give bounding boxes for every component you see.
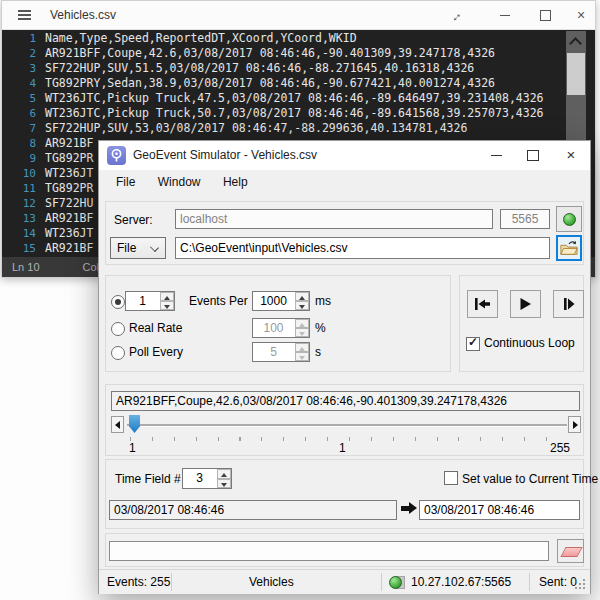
server-group: Server: localhost 5565 File C:\GeoEvent\… [105,201,584,265]
ms-unit-label: ms [315,294,331,308]
spin-down-icon[interactable] [160,301,174,310]
menu-file[interactable]: File [107,170,144,194]
csv-line: 3SF722HUP,SUV,51.5,03/08/2017 08:46:46,-… [2,61,595,76]
csv-line: 5WT236JTC,Pickup Truck,47.5,03/08/2017 0… [2,91,595,106]
spin-down-icon[interactable] [295,301,309,310]
progress-bar [109,541,549,561]
poll-every-label: Poll Every [129,345,183,359]
events-per-radio[interactable] [111,295,125,309]
connection-status-icon [563,213,576,226]
menu-window[interactable]: Window [149,170,210,194]
percent-unit-label: % [315,321,326,335]
sim-status-bar: Events: 255 Vehicles 10.27.102.67:5565 S… [99,569,590,594]
check-icon: ✓ [468,335,478,349]
server-host-input[interactable]: localhost [175,209,493,229]
output-time-input[interactable]: 03/08/2017 08:46:46 [419,500,580,520]
server-port-input[interactable]: 5565 [500,209,550,229]
time-field-label: Time Field # [115,472,181,486]
sim-window-title: GeoEvent Simulator - Vehicles.csv [133,148,317,162]
step-forward-button[interactable] [553,290,584,318]
csv-title-bar[interactable]: Vehicles.csv ↔ × [2,1,595,30]
server-label: Server: [114,213,153,227]
rate-group: 1 Events Per 1000 ms Real Rate 100 % Pol… [105,275,451,372]
csv-line: 1Name,Type,Speed,ReportedDT,XCoord,YCoor… [2,31,595,46]
source-type-select[interactable]: File [110,237,166,259]
csv-line: 6WT236JTC,Pickup Truck,50.7,03/08/2017 0… [2,106,595,121]
event-slider-group: AR921BFF,Coupe,42.6,03/08/2017 08:46:46,… [105,384,584,456]
continuous-loop-label: Continuous Loop [484,336,575,350]
minimize-button[interactable] [488,1,522,29]
chevron-down-icon [150,243,159,252]
sim-title-bar[interactable]: GeoEvent Simulator - Vehicles.csv × [99,141,590,170]
right-arrow-icon [573,421,578,429]
menu-help[interactable]: Help [214,170,257,194]
spin-up-icon[interactable] [217,469,231,479]
slider-right-button[interactable] [568,416,581,433]
csv-line: 2AR921BFF,Coupe,42.6,03/08/2017 08:46:46… [2,46,595,61]
set-current-time-checkbox[interactable] [444,471,458,485]
server-address: 10.27.102.67:5565 [411,575,511,589]
feed-name: Vehicles [249,575,294,589]
skip-to-start-button[interactable] [467,290,498,318]
events-count-stepper[interactable]: 1 [125,291,175,311]
events-count: Events: 255 [107,575,170,589]
events-per-label: Events Per [189,294,248,308]
line-indicator: Ln 10 [12,261,40,273]
geoevent-simulator-window: GeoEvent Simulator - Vehicles.csv × File… [98,140,591,594]
geoevent-app-icon [107,146,126,165]
step-forward-icon [560,297,577,311]
slider-left-button[interactable] [111,416,124,433]
slider-thumb[interactable] [129,415,140,433]
expand-diagonal-icon[interactable]: ↔ [438,1,472,29]
time-field-group: Time Field # 3 Set value to Current Time… [105,459,584,529]
real-rate-stepper: 100 [252,318,310,338]
resize-grip[interactable] [583,587,585,589]
playback-group: ✓ Continuous Loop [459,275,584,372]
interval-ms-stepper[interactable]: 1000 [252,291,310,311]
seconds-unit-label: s [315,345,321,359]
csv-window-title: Vehicles.csv [50,8,116,22]
slider-min-label: 1 [129,441,136,455]
current-event-display: AR921BFF,Coupe,42.6,03/08/2017 08:46:46,… [111,391,580,411]
hamburger-menu-icon[interactable] [18,10,31,12]
spin-up-icon[interactable] [160,292,174,301]
play-icon [517,297,534,311]
spin-up-icon[interactable] [295,292,309,301]
slider-max-label: 255 [550,441,570,455]
left-arrow-icon [115,421,120,429]
connect-button[interactable] [556,206,582,232]
open-folder-icon [560,240,578,256]
menu-bar: File Window Help [99,170,590,196]
scroll-up-icon[interactable] [569,37,582,50]
continuous-loop-checkbox[interactable]: ✓ [466,337,480,351]
connection-status-icon [389,576,402,589]
browse-file-button[interactable] [556,235,582,261]
csv-line: 7SF722HUP,SUV,53,03/08/2017 08:46:47,-88… [2,121,595,136]
poll-every-radio[interactable] [111,346,125,360]
progress-group [105,533,584,567]
scrollbar-thumb[interactable] [567,53,585,95]
eraser-icon [560,547,582,557]
maximize-button[interactable] [527,150,539,161]
slider-ticks [130,437,568,441]
real-rate-radio[interactable] [111,322,125,336]
file-path-input[interactable]: C:\GeoEvent\input\Vehicles.csv [175,237,550,259]
slider-track[interactable] [127,424,567,427]
slider-value-label: 1 [339,441,346,455]
event-time-display: 03/08/2017 08:46:46 [109,500,397,520]
skip-to-start-icon [474,297,491,311]
real-rate-label: Real Rate [129,321,182,335]
spin-down-icon[interactable] [217,479,231,489]
poll-seconds-stepper: 5 [252,342,310,362]
play-button[interactable] [510,290,541,318]
maximize-button[interactable] [528,1,562,29]
csv-line: 4TG892PRY,Sedan,38.9,03/08/2017 08:46:46… [2,76,595,91]
column-indicator: Col [83,261,100,273]
time-field-stepper[interactable]: 3 [182,468,232,489]
close-button[interactable]: × [564,1,598,29]
sent-count: Sent: 0 [539,575,577,589]
minimize-button[interactable] [491,155,502,156]
set-current-time-label: Set value to Current Time [462,472,598,486]
clear-log-button[interactable] [557,539,584,563]
close-button[interactable]: × [561,146,581,163]
